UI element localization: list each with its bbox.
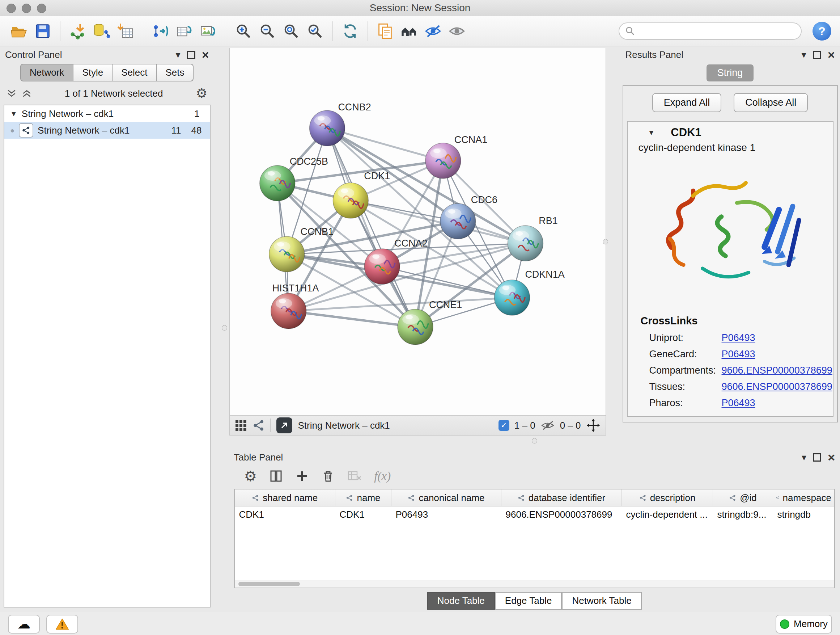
network-node-CCNA2[interactable]: [364, 249, 400, 284]
birds-eye-crosshair-icon[interactable]: [586, 418, 600, 432]
splitter-handle[interactable]: [532, 438, 537, 443]
tab-edge-table[interactable]: Edge Table: [495, 592, 562, 610]
zoom-out-button[interactable]: [257, 21, 278, 42]
panel-collapse-icon[interactable]: ▾: [802, 50, 806, 59]
splitter-handle[interactable]: [222, 325, 227, 331]
column-header-namespace[interactable]: namespace: [773, 489, 834, 507]
share-network-icon[interactable]: [253, 420, 264, 431]
column-header-name[interactable]: name: [335, 489, 392, 507]
save-session-button[interactable]: [33, 21, 53, 42]
network-node-CCNE1[interactable]: [398, 309, 433, 345]
results-tab-string[interactable]: String: [706, 65, 754, 81]
tab-network[interactable]: Network: [20, 64, 73, 81]
first-neighbors-button[interactable]: [399, 21, 419, 42]
export-network-button[interactable]: [150, 21, 171, 42]
hide-selected-button[interactable]: [423, 21, 443, 42]
column-header-description[interactable]: description: [622, 489, 713, 507]
import-network-from-file-button[interactable]: [68, 21, 88, 42]
panel-close-icon[interactable]: ×: [828, 451, 835, 463]
panel-float-icon[interactable]: [813, 51, 821, 59]
network-edge[interactable]: [288, 311, 415, 327]
network-node-CDC6[interactable]: [440, 203, 475, 239]
function-builder-button[interactable]: f(x): [374, 470, 391, 483]
export-table-button[interactable]: [174, 21, 195, 42]
hidden-eye-slash-icon[interactable]: [540, 420, 555, 431]
table-row[interactable]: CDK1CDK1P064939606.ENSP00000378699cyclin…: [235, 507, 834, 523]
selected-checkbox-icon[interactable]: ✓: [499, 420, 509, 431]
expand-all-button[interactable]: Expand All: [652, 93, 722, 112]
tab-node-table[interactable]: Node Table: [427, 592, 495, 610]
show-columns-icon[interactable]: [269, 469, 283, 483]
panel-float-icon[interactable]: [813, 453, 821, 462]
close-window-button[interactable]: [6, 4, 16, 13]
import-network-from-database-button[interactable]: [92, 21, 112, 42]
open-session-button[interactable]: [9, 21, 29, 42]
panel-float-icon[interactable]: [187, 51, 195, 59]
open-external-button[interactable]: [276, 417, 292, 433]
protein-expander-icon[interactable]: ▼: [648, 128, 655, 137]
network-node-RB1[interactable]: [508, 226, 543, 261]
import-table-from-file-button[interactable]: [115, 21, 136, 42]
cloud-status-button[interactable]: ☁: [8, 615, 40, 633]
column-type-icon: [775, 494, 779, 501]
tab-style[interactable]: Style: [73, 64, 112, 81]
search-input[interactable]: [639, 25, 795, 37]
memory-button[interactable]: Memory: [775, 615, 832, 633]
network-canvas[interactable]: CCNB2CCNA1CDC25BCDK1CDC6RB1CCNB1CCNA2CDK…: [229, 48, 606, 416]
collapse-all-icon[interactable]: [6, 88, 17, 98]
panel-collapse-icon[interactable]: ▾: [802, 453, 806, 462]
add-column-icon[interactable]: [295, 469, 309, 483]
network-graph[interactable]: CCNB2CCNA1CDC25BCDK1CDC6RB1CCNB1CCNA2CDK…: [230, 48, 606, 415]
horizontal-scrollbar[interactable]: [235, 580, 835, 587]
panel-close-icon[interactable]: ×: [828, 49, 835, 61]
tab-sets[interactable]: Sets: [156, 64, 194, 81]
minimize-window-button[interactable]: [22, 4, 31, 13]
collection-expander-icon[interactable]: ▼: [10, 110, 17, 118]
protein-description: cyclin-dependent kinase 1: [628, 141, 833, 157]
warnings-button[interactable]: [46, 615, 78, 633]
import-table-icon: [117, 22, 134, 40]
network-options-gear-icon[interactable]: ⚙: [196, 86, 207, 101]
scrollbar-thumb[interactable]: [238, 582, 300, 586]
houses-icon: [401, 22, 418, 40]
crosslink-link[interactable]: P06493: [722, 348, 755, 360]
copy-style-button[interactable]: [375, 21, 395, 42]
table-options-gear-icon[interactable]: ⚙: [244, 468, 257, 485]
show-all-button[interactable]: [447, 21, 467, 42]
panel-collapse-icon[interactable]: ▾: [176, 50, 180, 59]
network-node-HIST1H1A[interactable]: [271, 293, 306, 329]
network-node-CDKN1A[interactable]: [494, 280, 530, 315]
node-label: CCNA2: [394, 238, 427, 249]
crosslink-link[interactable]: 9606.ENSP00000378699: [722, 365, 832, 376]
export-image-button[interactable]: [198, 21, 218, 42]
network-row[interactable]: ● String Network – cdk1 11 48: [4, 122, 210, 139]
network-node-CCNB1[interactable]: [269, 236, 304, 272]
delete-column-icon[interactable]: [321, 469, 335, 483]
crosslink-link[interactable]: P06493: [722, 397, 755, 409]
crosslink-link[interactable]: P06493: [722, 333, 755, 344]
crosslink-link[interactable]: 9606.ENSP00000378699: [722, 381, 832, 393]
network-node-CCNB2[interactable]: [309, 111, 345, 146]
zoom-fit-button[interactable]: [281, 21, 302, 42]
zoom-window-button[interactable]: [37, 4, 46, 13]
help-button[interactable]: ?: [813, 22, 831, 41]
zoom-in-button[interactable]: [233, 21, 254, 42]
network-collection-row[interactable]: ▼ String Network – cdk1 1: [4, 105, 210, 122]
grid-view-icon[interactable]: [235, 419, 247, 432]
expand-all-icon[interactable]: [22, 88, 32, 98]
panel-close-icon[interactable]: ×: [202, 49, 209, 61]
column-header-database-identifier[interactable]: database identifier: [501, 489, 622, 507]
column-header-shared-name[interactable]: shared name: [235, 489, 335, 507]
tab-network-table[interactable]: Network Table: [562, 592, 641, 610]
splitter-handle[interactable]: [603, 239, 608, 244]
zoom-selected-button[interactable]: [305, 21, 325, 42]
column-header-canonical-name[interactable]: canonical name: [392, 489, 501, 507]
network-node-CCNA1[interactable]: [425, 143, 461, 179]
network-node-CDC25B[interactable]: [259, 165, 295, 201]
network-node-CDK1[interactable]: [333, 183, 368, 218]
refresh-layout-button[interactable]: [340, 21, 360, 42]
collapse-all-button[interactable]: Collapse All: [734, 93, 808, 112]
column-header--id[interactable]: @id: [713, 489, 773, 507]
network-edge[interactable]: [382, 266, 512, 298]
tab-select[interactable]: Select: [112, 64, 156, 81]
